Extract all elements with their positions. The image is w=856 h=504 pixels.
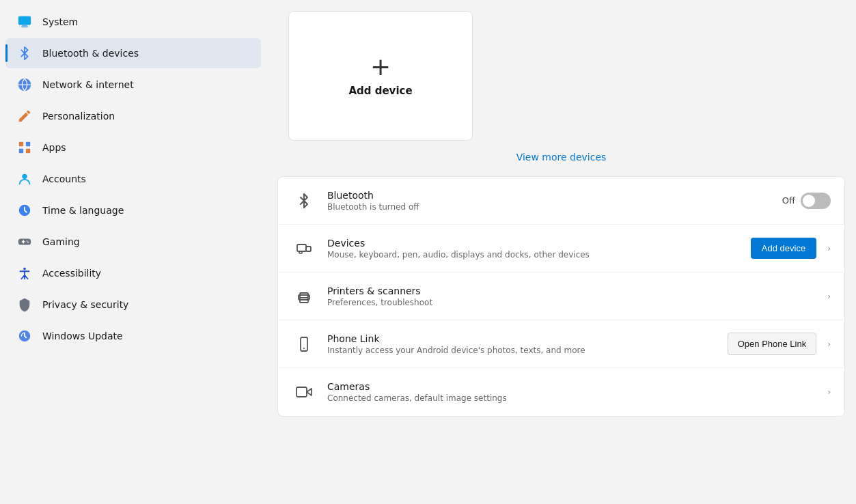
sidebar-item-gaming[interactable]: Gaming — [5, 227, 261, 257]
cameras-action: › — [822, 387, 831, 397]
devices-action: Add device› — [751, 238, 831, 259]
settings-row-bluetooth[interactable]: BluetoothBluetooth is turned offOff — [278, 177, 844, 225]
sidebar-item-update[interactable]: Windows Update — [5, 321, 261, 351]
bluetooth-title: Bluetooth — [327, 190, 782, 201]
accessibility-icon — [16, 265, 33, 281]
svg-point-19 — [303, 348, 305, 349]
sidebar-item-apps[interactable]: Apps — [5, 132, 261, 163]
settings-row-cameras[interactable]: CamerasConnected cameras, default image … — [278, 368, 844, 416]
phone-link-text: Phone LinkInstantly access your Android … — [327, 333, 728, 355]
printers-title: Printers & scanners — [327, 285, 822, 296]
svg-rect-4 — [26, 142, 30, 146]
apps-icon — [16, 139, 33, 156]
settings-rows: BluetoothBluetooth is turned offOffDevic… — [277, 176, 845, 417]
bluetooth-subtitle: Bluetooth is turned off — [327, 202, 782, 212]
svg-point-10 — [23, 268, 26, 270]
svg-rect-5 — [19, 149, 23, 153]
settings-row-devices[interactable]: DevicesMouse, keyboard, pen, audio, disp… — [278, 225, 844, 272]
sidebar-item-accessibility[interactable]: Accessibility — [5, 258, 261, 288]
svg-point-7 — [22, 174, 27, 179]
sidebar-item-time[interactable]: Time & language — [5, 195, 261, 225]
accounts-icon — [16, 171, 33, 187]
main-content-area: + Add device View more devices Bluetooth… — [266, 0, 856, 504]
svg-rect-13 — [306, 247, 311, 251]
phone-link-subtitle: Instantly access your Android device's p… — [327, 346, 728, 355]
bluetooth-toggle-label: Off — [782, 195, 795, 206]
sidebar: SystemBluetooth & devicesNetwork & inter… — [0, 0, 266, 504]
sidebar-item-label-privacy: Privacy & security — [42, 299, 128, 310]
devices-subtitle: Mouse, keyboard, pen, audio, displays an… — [327, 250, 751, 260]
sidebar-item-label-accessibility: Accessibility — [42, 268, 101, 279]
cameras-text: CamerasConnected cameras, default image … — [327, 381, 822, 403]
svg-rect-3 — [19, 142, 23, 146]
devices-chevron-icon: › — [827, 244, 831, 253]
svg-point-17 — [307, 296, 308, 298]
cameras-chevron-icon: › — [827, 387, 831, 397]
sidebar-item-label-personalization: Personalization — [42, 111, 115, 122]
sidebar-item-label-network: Network & internet — [42, 79, 134, 90]
bluetooth-action: Off — [782, 193, 831, 209]
sidebar-item-label-accounts: Accounts — [42, 173, 86, 184]
view-more-devices-link[interactable]: View more devices — [266, 146, 856, 168]
svg-rect-2 — [21, 26, 29, 27]
phone-link-chevron-icon: › — [827, 339, 831, 349]
add-device-card-label: Add device — [348, 85, 412, 97]
devices-icon — [292, 236, 316, 261]
svg-rect-6 — [26, 149, 30, 153]
devices-add-device-button[interactable]: Add device — [751, 238, 816, 259]
bluetooth-text: BluetoothBluetooth is turned off — [327, 190, 782, 212]
printers-icon — [292, 284, 316, 309]
svg-rect-1 — [22, 25, 27, 27]
sidebar-item-label-bluetooth: Bluetooth & devices — [42, 48, 139, 59]
printers-text: Printers & scannersPreferences, troubles… — [327, 285, 822, 307]
settings-row-phone-link[interactable]: Phone LinkInstantly access your Android … — [278, 320, 844, 368]
devices-text: DevicesMouse, keyboard, pen, audio, disp… — [327, 238, 751, 260]
sidebar-item-label-time: Time & language — [42, 205, 124, 216]
network-icon — [16, 76, 33, 93]
printers-chevron-icon: › — [827, 292, 831, 301]
sidebar-item-accounts[interactable]: Accounts — [5, 164, 261, 194]
view-more-section: View more devices — [266, 143, 856, 173]
sidebar-item-network[interactable]: Network & internet — [5, 70, 261, 100]
svg-rect-20 — [296, 387, 307, 397]
phone-link-action: Open Phone Link› — [728, 333, 831, 355]
sidebar-item-label-update: Windows Update — [42, 331, 123, 341]
phone-link-title: Phone Link — [327, 333, 728, 344]
bluetooth-toggle[interactable] — [801, 193, 831, 209]
personalization-icon — [16, 108, 33, 124]
devices-title: Devices — [327, 238, 751, 249]
sidebar-item-label-gaming: Gaming — [42, 236, 80, 247]
phone-link-open-button[interactable]: Open Phone Link — [728, 333, 816, 355]
bluetooth-toggle-container: Off — [782, 193, 831, 209]
svg-rect-12 — [297, 244, 306, 251]
sidebar-item-bluetooth[interactable]: Bluetooth & devices — [5, 38, 261, 68]
add-device-plus-icon: + — [370, 55, 391, 79]
bluetooth-icon — [292, 188, 316, 213]
cameras-icon — [292, 380, 316, 404]
svg-rect-14 — [299, 251, 302, 253]
gaming-icon — [16, 234, 33, 250]
phone-link-icon — [292, 332, 316, 356]
time-icon — [16, 202, 33, 219]
privacy-icon — [16, 296, 33, 313]
settings-row-printers[interactable]: Printers & scannersPreferences, troubles… — [278, 272, 844, 320]
sidebar-item-personalization[interactable]: Personalization — [5, 101, 261, 131]
cameras-title: Cameras — [327, 381, 822, 392]
printers-subtitle: Preferences, troubleshoot — [327, 298, 822, 307]
printers-action: › — [822, 292, 831, 301]
sidebar-item-system[interactable]: System — [5, 7, 261, 37]
system-icon — [16, 14, 33, 30]
sidebar-item-privacy[interactable]: Privacy & security — [5, 290, 261, 320]
sidebar-item-label-apps: Apps — [42, 142, 66, 153]
sidebar-item-label-system: System — [42, 16, 78, 27]
cameras-subtitle: Connected cameras, default image setting… — [327, 393, 822, 403]
update-icon — [16, 328, 33, 344]
add-device-card[interactable]: + Add device — [288, 11, 473, 141]
bluetooth-icon — [16, 45, 33, 61]
svg-rect-0 — [18, 16, 31, 25]
add-device-card-section: + Add device — [266, 5, 856, 141]
